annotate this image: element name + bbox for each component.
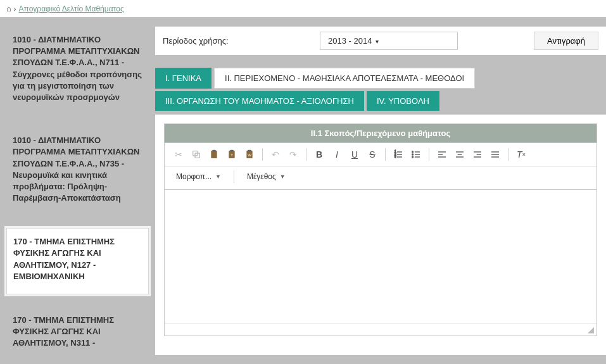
align-justify-icon[interactable] bbox=[488, 147, 503, 162]
svg-rect-3 bbox=[212, 150, 215, 152]
toolbar-separator bbox=[429, 148, 429, 161]
period-label: Περίοδος χρήσης: bbox=[163, 36, 320, 46]
tab-submit[interactable]: IV. ΥΠΟΒΟΛΗ bbox=[367, 91, 439, 111]
breadcrumb: ⌂ › Απογραφικό Δελτίο Μαθήματος bbox=[0, 0, 606, 17]
cut-icon[interactable]: ✂ bbox=[171, 147, 186, 162]
home-icon[interactable]: ⌂ bbox=[6, 4, 11, 13]
redo-icon[interactable]: ↷ bbox=[286, 147, 301, 162]
tab-organization[interactable]: III. ΟΡΓΑΝΩΣΗ ΤΟΥ ΜΑΘΗΜΑΤΟΣ - ΑΞΙΟΛΟΓΗΣΗ bbox=[155, 91, 364, 111]
svg-text:T: T bbox=[230, 153, 233, 157]
rich-text-editor: ✂ T W ↶ bbox=[165, 142, 597, 336]
svg-rect-5 bbox=[230, 150, 233, 152]
toolbar-separator bbox=[385, 148, 386, 161]
toolbar-separator bbox=[508, 148, 508, 161]
svg-rect-8 bbox=[248, 150, 251, 152]
italic-icon[interactable]: I bbox=[329, 147, 344, 162]
tabs: I. ΓΕΝΙΚΑ II. ΠΕΡΙΕΧΟΜΕΝΟ - ΜΑΘΗΣΙΑΚΑ ΑΠ… bbox=[155, 68, 606, 111]
svg-rect-2 bbox=[211, 151, 217, 158]
paste-text-icon[interactable]: T bbox=[224, 147, 239, 162]
copy-icon[interactable] bbox=[189, 147, 204, 162]
sidebar-item-course[interactable]: 170 - ΤΜΗΜΑ ΕΠΙΣΤΗΜΗΣ ΦΥΣΙΚΗΣ ΑΓΩΓΗΣ ΚΑΙ… bbox=[6, 307, 149, 361]
chevron-right-icon: › bbox=[14, 5, 16, 13]
format-select[interactable]: Μορφοπ... ▼ bbox=[171, 171, 226, 182]
tab-content[interactable]: II. ΠΕΡΙΕΧΟΜΕΝΟ - ΜΑΘΗΣΙΑΚΑ ΑΠΟΤΕΛΕΣΜΑΤΑ… bbox=[214, 68, 475, 89]
undo-icon[interactable]: ↶ bbox=[268, 147, 283, 162]
toolbar-separator bbox=[306, 148, 306, 161]
toolbar-separator bbox=[234, 170, 234, 183]
period-select[interactable]: 2013 - 2014 bbox=[320, 32, 458, 50]
remove-format-icon[interactable]: T× bbox=[514, 147, 529, 162]
chevron-down-icon: ▼ bbox=[215, 173, 221, 180]
format-label: Μορφοπ... bbox=[176, 172, 211, 181]
editor-textarea[interactable] bbox=[165, 190, 597, 323]
period-value: 2013 - 2014 bbox=[328, 36, 372, 46]
paste-word-icon[interactable]: W bbox=[242, 147, 257, 162]
sidebar-item-course[interactable]: 170 - ΤΜΗΜΑ ΕΠΙΣΤΗΜΗΣ ΦΥΣΙΚΗΣ ΑΓΩΓΗΣ ΚΑΙ… bbox=[6, 228, 149, 294]
svg-point-19 bbox=[412, 151, 413, 153]
chevron-down-icon: ▼ bbox=[280, 173, 286, 180]
breadcrumb-link[interactable]: Απογραφικό Δελτίο Μαθήματος bbox=[19, 4, 124, 13]
paste-icon[interactable] bbox=[206, 147, 222, 162]
ordered-list-icon[interactable]: 123 bbox=[391, 147, 406, 162]
content-panel: II.1 Σκοπός/Περιεχόμενο μαθήματος ✂ T bbox=[155, 115, 606, 355]
editor-toolbar: ✂ T W ↶ bbox=[165, 143, 597, 166]
sidebar: 1010 - ΔΙΑΤΜΗΜΑΤΙΚΟ ΠΡΟΓΡΑΜΜΑ ΜΕΤΑΠΤΥΧΙΑ… bbox=[0, 27, 155, 364]
svg-point-20 bbox=[412, 154, 413, 155]
svg-text:W: W bbox=[248, 153, 251, 157]
panel-title: II.1 Σκοπός/Περιεχόμενο μαθήματος bbox=[165, 124, 597, 142]
svg-point-21 bbox=[412, 156, 413, 158]
align-left-icon[interactable] bbox=[434, 147, 450, 162]
filters-bar: Περίοδος χρήσης: 2013 - 2014 Αντιγραφή bbox=[155, 27, 606, 55]
sidebar-item-course[interactable]: 1010 - ΔΙΑΤΜΗΜΑΤΙΚΟ ΠΡΟΓΡΑΜΜΑ ΜΕΤΑΠΤΥΧΙΑ… bbox=[6, 127, 149, 215]
sidebar-item-course[interactable]: 1010 - ΔΙΑΤΜΗΜΑΤΙΚΟ ΠΡΟΓΡΑΜΜΑ ΜΕΤΑΠΤΥΧΙΑ… bbox=[6, 27, 149, 115]
align-right-icon[interactable] bbox=[470, 147, 485, 162]
align-center-icon[interactable] bbox=[452, 147, 467, 162]
size-select[interactable]: Μέγεθος ▼ bbox=[242, 171, 291, 182]
tab-general[interactable]: I. ΓΕΝΙΚΑ bbox=[155, 68, 211, 89]
svg-text:3: 3 bbox=[395, 155, 396, 158]
size-label: Μέγεθος bbox=[247, 172, 276, 181]
unordered-list-icon[interactable] bbox=[408, 147, 424, 162]
toolbar-separator bbox=[262, 148, 263, 161]
bold-icon[interactable]: B bbox=[312, 147, 327, 162]
underline-icon[interactable]: U bbox=[347, 147, 362, 162]
strike-icon[interactable]: S bbox=[365, 147, 380, 162]
copy-button[interactable]: Αντιγραφή bbox=[534, 32, 598, 50]
resize-handle[interactable]: ◢ bbox=[165, 323, 597, 336]
